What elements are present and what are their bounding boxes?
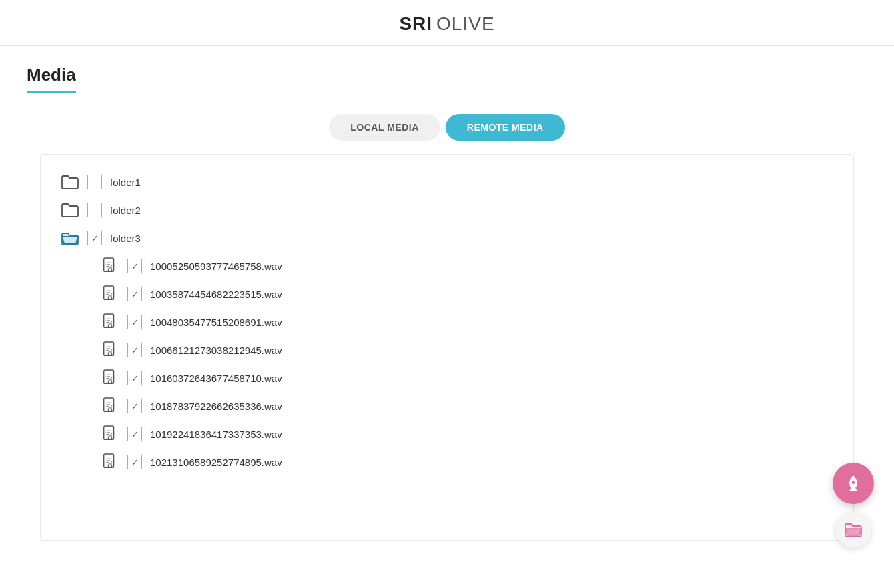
file3-label: 10048035477515208691.wav	[150, 317, 282, 328]
file2-checkbox[interactable]: ✓	[127, 287, 142, 301]
content-area: folder1 folder2 ✓ folder3	[40, 154, 854, 541]
svg-point-11	[108, 408, 112, 412]
file4-label: 10066121273038212945.wav	[150, 345, 282, 356]
tab-remote-media[interactable]: REMOTE MEDIA	[446, 114, 565, 141]
audio-file-icon	[101, 285, 119, 303]
list-item: ✓ 10160372643677458710.wav	[101, 364, 833, 392]
file-list: ✓ 10005250593777465758.wav ✓ 10035874454…	[101, 252, 833, 476]
audio-file-icon	[101, 397, 119, 415]
svg-point-9	[108, 380, 112, 384]
folder-icon	[61, 203, 79, 217]
list-item: ✓ 10213106589252774895.wav	[101, 448, 833, 476]
svg-point-5	[108, 324, 112, 328]
audio-file-icon	[101, 425, 119, 443]
logo-olive: OLIVE	[436, 13, 494, 34]
fab-rocket-button[interactable]	[833, 463, 874, 504]
list-item: ✓ 10035874454682223515.wav	[101, 280, 833, 308]
audio-file-icon	[101, 453, 119, 471]
svg-point-7	[108, 352, 112, 356]
page-title-area: Media	[0, 46, 894, 93]
folder3-label: folder3	[110, 233, 141, 244]
svg-point-16	[852, 481, 855, 485]
audio-file-icon	[101, 369, 119, 387]
list-item: folder1	[61, 168, 833, 196]
file6-checkbox[interactable]: ✓	[127, 399, 142, 413]
svg-point-15	[108, 464, 112, 468]
folder-icon	[61, 175, 79, 189]
audio-file-icon	[101, 257, 119, 275]
file5-label: 10160372643677458710.wav	[150, 373, 282, 384]
app-logo: SRIOLIVE	[399, 13, 494, 35]
file7-label: 10192241836417337353.wav	[150, 429, 282, 440]
list-item: ✓ 10005250593777465758.wav	[101, 252, 833, 280]
fab-area	[833, 463, 874, 548]
svg-point-3	[108, 296, 112, 300]
list-item: ✓ 10066121273038212945.wav	[101, 336, 833, 364]
file3-checkbox[interactable]: ✓	[127, 315, 142, 329]
file7-checkbox[interactable]: ✓	[127, 427, 142, 441]
file1-label: 10005250593777465758.wav	[150, 261, 282, 272]
file5-checkbox[interactable]: ✓	[127, 371, 142, 385]
file1-checkbox[interactable]: ✓	[127, 259, 142, 273]
list-item: ✓ 10192241836417337353.wav	[101, 420, 833, 448]
folder1-checkbox[interactable]	[87, 175, 102, 189]
list-item: ✓ 10048035477515208691.wav	[101, 308, 833, 336]
logo-sri: SRI	[399, 13, 432, 34]
folder1-label: folder1	[110, 177, 141, 188]
audio-file-icon	[101, 341, 119, 359]
svg-point-1	[108, 268, 112, 272]
file4-checkbox[interactable]: ✓	[127, 343, 142, 357]
fab-folder-button[interactable]	[835, 512, 871, 548]
file8-label: 10213106589252774895.wav	[150, 457, 282, 468]
file6-label: 10187837922662635336.wav	[150, 401, 282, 412]
page-title: Media	[27, 65, 76, 93]
folder2-checkbox[interactable]	[87, 203, 102, 217]
tab-local-media[interactable]: LOCAL MEDIA	[329, 114, 440, 141]
folder3-checkbox[interactable]: ✓	[87, 231, 102, 245]
list-item: ✓ folder3	[61, 224, 833, 252]
app-header: SRIOLIVE	[0, 0, 894, 46]
svg-point-13	[108, 436, 112, 440]
file8-checkbox[interactable]: ✓	[127, 455, 142, 469]
folder2-label: folder2	[110, 205, 141, 216]
tab-area: LOCAL MEDIA REMOTE MEDIA	[0, 114, 894, 141]
list-item: ✓ 10187837922662635336.wav	[101, 392, 833, 420]
list-item: folder2	[61, 196, 833, 224]
audio-file-icon	[101, 313, 119, 331]
folder-open-icon	[61, 231, 79, 245]
file2-label: 10035874454682223515.wav	[150, 289, 282, 300]
